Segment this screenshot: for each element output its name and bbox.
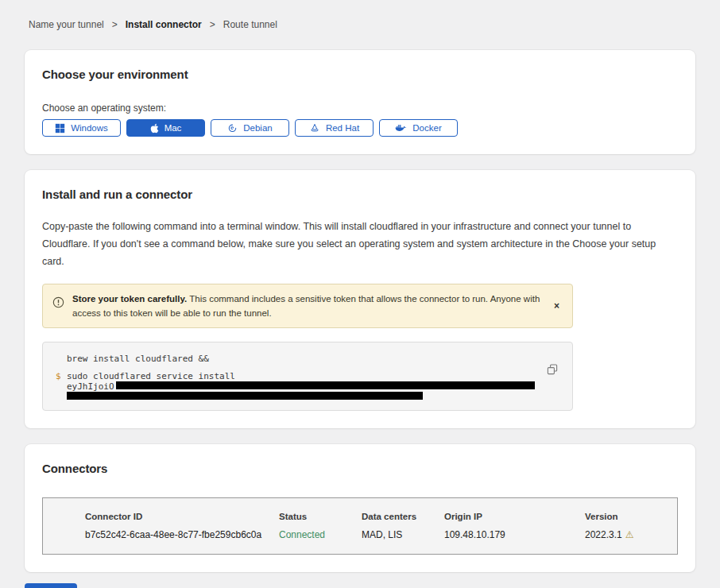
environment-card: Choose your environment Choose an operat… [25,50,695,154]
code-line-token-2 [56,392,540,400]
os-button-mac[interactable]: Mac [126,119,205,137]
token-warning-banner: Store your token carefully. This command… [42,284,573,329]
version-warning-icon: ⚠ [625,529,634,540]
environment-card-title: Choose your environment [42,68,678,81]
os-button-docker[interactable]: Docker [379,119,458,137]
connectors-card: Connectors Connector ID Status Data cent… [25,444,695,572]
column-header-connector-id: Connector ID [85,512,279,521]
os-button-label: Debian [243,123,272,133]
breadcrumb-separator: > [112,19,118,30]
connector-id-value: b7c52c42-6caa-48ee-8c77-fbe259cb6c0a [85,529,279,540]
redacted-token-bar [67,392,423,400]
redacted-token-bar [116,381,535,389]
connectors-table: Connector ID Status Data centers Origin … [42,497,678,555]
install-connector-description: Copy-paste the following command into a … [42,219,676,271]
os-button-label: Mac [165,123,182,133]
breadcrumb-separator: > [210,19,215,30]
os-button-redhat[interactable]: Red Hat [295,119,374,137]
install-connector-title: Install and run a connector [42,188,678,201]
breadcrumb-step-route-tunnel[interactable]: Route tunnel [223,19,277,30]
connectors-card-title: Connectors [42,462,678,475]
install-connector-card: Install and run a connector Copy-paste t… [25,170,695,428]
code-line-brew-text: brew install cloudflared && [67,354,209,364]
os-button-label: Windows [71,123,108,133]
next-button[interactable]: Next [25,583,77,588]
shell-prompt: $ [56,371,67,381]
os-button-label: Red Hat [326,123,359,133]
code-line-sudo: $ sudo cloudflared service install [56,371,540,381]
os-button-label: Docker [412,123,441,133]
column-header-origin-ip: Origin IP [444,512,585,521]
windows-icon [55,123,65,133]
redhat-icon [309,123,320,133]
close-icon[interactable]: × [551,299,563,313]
column-header-status: Status [279,512,362,521]
token-warning-text: Store your token carefully. This command… [72,292,543,321]
apple-icon [150,123,159,133]
code-line-token: eyJhIjoiO [56,381,540,392]
token-warning-bold: Store your token carefully. [72,294,187,304]
docker-icon [395,123,407,133]
os-button-group: Windows Mac Debian [42,119,678,137]
origin-ip-value: 109.48.10.179 [444,529,585,540]
token-prefix: eyJhIjoiO [67,381,114,392]
breadcrumb-step-name-tunnel[interactable]: Name your tunnel [29,19,104,30]
data-centers-value: MAD, LIS [362,529,444,540]
column-header-version: Version [585,512,661,521]
os-button-debian[interactable]: Debian [211,119,289,137]
status-badge: Connected [279,529,362,540]
info-icon [52,296,64,311]
copy-icon[interactable] [547,364,558,377]
code-line-brew: brew install cloudflared && [56,354,540,364]
column-header-data-centers: Data centers [362,512,444,521]
install-command-codeblock[interactable]: brew install cloudflared && $ sudo cloud… [42,342,573,411]
os-button-windows[interactable]: Windows [42,119,121,137]
debian-icon [227,123,238,133]
version-value: 2022.3.1⚠ [585,529,661,540]
tunnel-setup-page: Name your tunnel > Install connector > R… [0,0,720,588]
breadcrumb: Name your tunnel > Install connector > R… [25,0,695,30]
code-line-sudo-text: sudo cloudflared service install [67,371,235,381]
os-select-label: Choose an operating system: [42,103,678,114]
breadcrumb-step-install-connector[interactable]: Install connector [126,19,202,30]
